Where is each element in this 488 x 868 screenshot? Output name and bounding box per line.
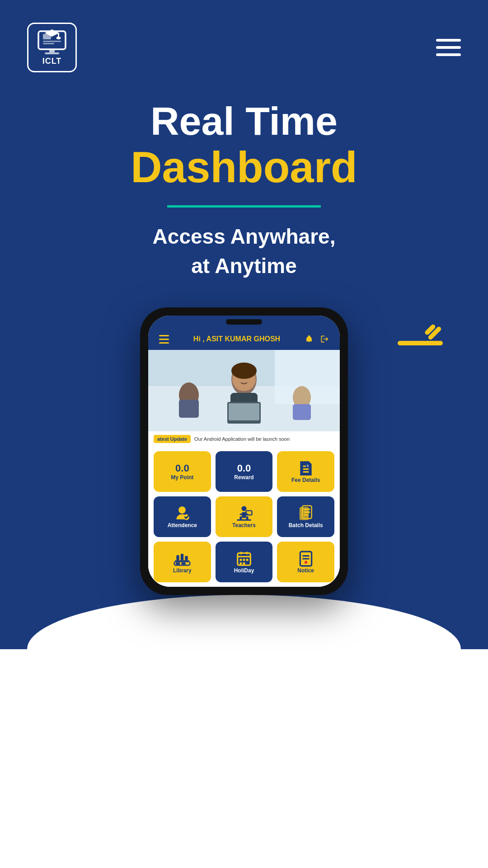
phone-ticker: atest Update Our Android Application wil… [148, 431, 340, 447]
svg-rect-53 [243, 559, 245, 561]
svg-rect-52 [239, 559, 242, 561]
svg-rect-44 [185, 556, 188, 561]
phone-frame: Hi , ASIT KUMAR GHOSH [140, 307, 348, 595]
svg-rect-32 [237, 519, 251, 521]
my-point-value: 0.0 [175, 462, 189, 474]
svg-point-26 [178, 506, 186, 514]
hero-subtitle-line2: at Anytime [191, 254, 296, 278]
svg-rect-47 [182, 562, 186, 565]
top-bar: ICLT [27, 23, 461, 72]
holiday-icon [235, 550, 253, 567]
hamburger-menu-icon[interactable] [436, 39, 461, 56]
curve-white [27, 595, 461, 649]
bell-icon[interactable] [305, 335, 314, 344]
attendence-label: Attendence [168, 522, 197, 528]
svg-text:$: $ [306, 464, 309, 468]
svg-rect-4 [49, 49, 55, 52]
reward-label: Reward [234, 474, 253, 481]
svg-rect-54 [246, 559, 249, 561]
banner-image [148, 350, 340, 431]
phone-grid: 0.0 My Point 0.0 Reward $ [148, 447, 340, 587]
hero-subtitle-line1: Access Anywhare, [153, 225, 336, 248]
svg-rect-42 [177, 555, 179, 560]
fee-details-label: Fee Details [291, 477, 320, 483]
batch-details-label: Batch Details [289, 522, 323, 528]
svg-rect-49 [238, 556, 251, 557]
sparkle-decoration [398, 321, 443, 345]
logo-box: ICLT [27, 23, 77, 72]
sparkle-line-3 [398, 341, 443, 345]
hero-title-white: Real Time [45, 99, 443, 143]
grid-card-holiday[interactable]: HoliDay [216, 542, 273, 582]
svg-rect-3 [43, 43, 54, 44]
svg-point-28 [241, 506, 246, 511]
phone-banner [148, 350, 340, 431]
svg-rect-58 [302, 555, 310, 557]
phone-greeting: Hi , ASIT KUMAR GHOSH [193, 335, 280, 343]
svg-point-23 [231, 363, 257, 379]
logo-text: ICLT [42, 57, 62, 66]
svg-rect-43 [181, 554, 183, 560]
svg-point-8 [56, 37, 61, 39]
phone-inner: Hi , ASIT KUMAR GHOSH [148, 316, 340, 587]
grid-card-teachers[interactable]: Teachers [216, 496, 273, 537]
phone-header-icons [305, 335, 329, 344]
grid-card-reward[interactable]: 0.0 Reward [216, 451, 273, 492]
bottom-section [0, 649, 488, 740]
phone-notch-bar [148, 316, 340, 328]
grid-card-notice[interactable]: Notice [277, 542, 334, 582]
logo-container: ICLT [27, 23, 77, 72]
svg-rect-34 [246, 517, 249, 520]
grid-card-my-point[interactable]: 0.0 My Point [154, 451, 211, 492]
grid-card-attendence[interactable]: Attendence [154, 496, 211, 537]
svg-rect-30 [239, 514, 243, 515]
svg-rect-29 [242, 512, 246, 518]
ticker-badge: atest Update [154, 435, 191, 443]
svg-rect-40 [304, 514, 308, 516]
svg-rect-56 [243, 562, 245, 565]
logo-monitor-icon [37, 29, 67, 57]
svg-rect-39 [304, 511, 310, 513]
svg-rect-5 [45, 52, 59, 54]
ticker-text: Our Android Application will be launch s… [194, 436, 290, 442]
svg-rect-59 [302, 558, 310, 560]
library-label: Library [173, 567, 192, 574]
notice-icon [297, 550, 314, 567]
svg-rect-17 [229, 403, 259, 420]
hero-title-yellow: Dashboard [45, 143, 443, 191]
svg-rect-55 [239, 562, 242, 565]
svg-rect-33 [239, 517, 242, 520]
grid-card-batch-details[interactable]: Batch Details [277, 496, 334, 537]
header-section: ICLT Real Time Dashboard Access Anywhare… [0, 0, 488, 649]
hero-subtitle: Access Anywhare, at Anytime [45, 222, 443, 280]
svg-rect-2 [43, 41, 61, 42]
svg-rect-51 [246, 552, 248, 554]
grid-card-library[interactable]: Library [154, 542, 211, 582]
library-icon [174, 550, 191, 567]
phone-notch [226, 319, 262, 325]
svg-rect-13 [179, 400, 199, 418]
fee-details-icon: $ [297, 460, 314, 477]
svg-rect-50 [240, 552, 242, 554]
phone-area: Hi , ASIT KUMAR GHOSH [27, 307, 461, 595]
svg-rect-38 [304, 509, 310, 510]
grid-card-fee-details[interactable]: $ Fee Details [277, 451, 334, 492]
hero-divider [167, 205, 321, 208]
logout-icon[interactable] [320, 335, 329, 344]
svg-rect-46 [176, 562, 180, 565]
holiday-label: HoliDay [234, 567, 254, 574]
curve-section [27, 595, 461, 649]
reward-value: 0.0 [237, 462, 251, 474]
teachers-icon [235, 505, 253, 522]
hero-text: Real Time Dashboard Access Anywhare, at … [27, 99, 461, 280]
batch-details-icon [297, 505, 314, 522]
my-point-label: My Point [171, 474, 193, 481]
teachers-label: Teachers [232, 522, 256, 528]
attendence-icon [174, 505, 191, 522]
phone-header: Hi , ASIT KUMAR GHOSH [148, 328, 340, 350]
notice-label: Notice [297, 567, 314, 574]
svg-rect-61 [305, 561, 306, 562]
phone-menu-icon[interactable] [159, 335, 169, 344]
svg-rect-19 [293, 404, 311, 420]
